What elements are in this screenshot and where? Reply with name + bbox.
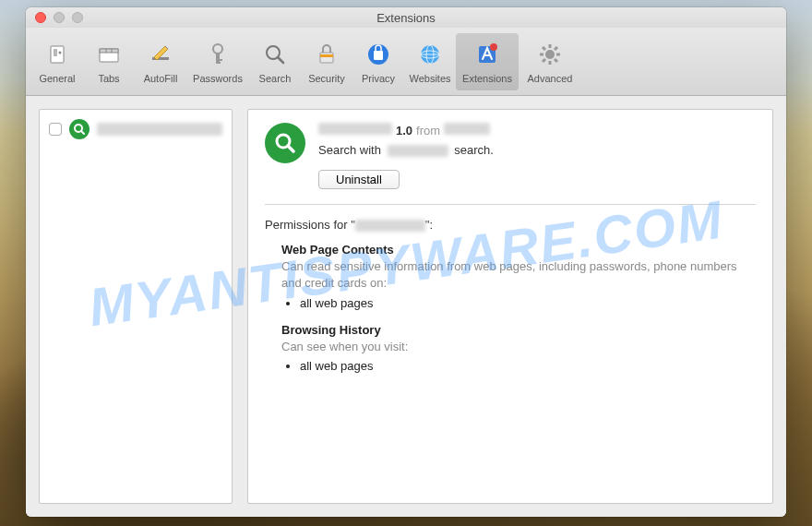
tab-websites[interactable]: Websites — [404, 33, 456, 90]
permission-heading: Web Page Contents — [281, 243, 756, 257]
content-area: 1.0 from Search with search. Uninstall P… — [26, 96, 786, 517]
detail-header: 1.0 from Search with search. Uninstall — [265, 123, 756, 189]
extension-name-redacted — [318, 123, 392, 135]
tab-label: Websites — [409, 73, 450, 84]
svg-line-31 — [555, 59, 557, 62]
extension-description: Search with search. — [318, 143, 494, 157]
extension-detail-icon — [265, 123, 305, 163]
permission-list: all web pages — [300, 359, 756, 373]
tab-extensions[interactable]: Extensions — [456, 33, 519, 90]
websites-icon — [415, 40, 445, 69]
security-icon — [312, 40, 341, 69]
titlebar[interactable]: Extensions — [26, 7, 786, 28]
detail-info: 1.0 from Search with search. Uninstall — [318, 123, 494, 189]
tab-general[interactable]: General — [31, 33, 83, 90]
svg-point-2 — [59, 52, 62, 54]
tab-label: Security — [308, 73, 345, 84]
svg-line-35 — [81, 131, 84, 134]
extensions-icon — [472, 40, 502, 69]
permission-description: Can see when you visit: — [281, 339, 756, 355]
detail-title-row: 1.0 from — [318, 123, 494, 137]
tab-tabs[interactable]: Tabs — [83, 33, 135, 90]
tab-label: Privacy — [362, 73, 395, 84]
svg-rect-18 — [374, 51, 383, 60]
permission-description: Can read sensitive information from web … — [281, 258, 756, 292]
extension-list-item[interactable] — [43, 115, 228, 143]
extension-version: 1.0 — [396, 124, 412, 137]
svg-line-37 — [288, 146, 293, 151]
svg-point-8 — [213, 44, 222, 54]
svg-rect-11 — [216, 62, 221, 64]
svg-rect-1 — [54, 49, 57, 56]
general-icon — [42, 40, 72, 69]
svg-line-30 — [543, 47, 545, 50]
permission-section-history: Browsing History Can see when you visit:… — [281, 323, 756, 373]
extension-enable-checkbox[interactable] — [49, 123, 62, 136]
preferences-toolbar: General Tabs AutoFill Passwords Search — [26, 28, 786, 96]
svg-rect-10 — [216, 59, 222, 61]
svg-rect-14 — [320, 53, 333, 63]
tab-label: Advanced — [528, 73, 573, 84]
tab-privacy[interactable]: Privacy — [352, 33, 404, 90]
svg-line-13 — [278, 57, 283, 63]
permissions-title: Permissions for "": — [265, 218, 756, 232]
passwords-icon — [203, 40, 233, 69]
permission-heading: Browsing History — [281, 323, 756, 337]
extensions-sidebar — [39, 109, 233, 504]
tab-label: Tabs — [98, 73, 119, 84]
tab-label: AutoFill — [144, 73, 178, 84]
preferences-window: Extensions General Tabs AutoFill Passwor… — [26, 7, 786, 517]
tab-passwords[interactable]: Passwords — [186, 33, 249, 90]
permission-item: all web pages — [300, 296, 756, 310]
divider — [265, 204, 756, 205]
tab-label: Passwords — [193, 73, 243, 84]
extension-icon — [69, 119, 90, 139]
extension-name-redacted — [97, 123, 222, 136]
extension-detail-panel: 1.0 from Search with search. Uninstall P… — [247, 109, 773, 504]
tabs-icon — [94, 40, 124, 69]
svg-rect-15 — [320, 54, 333, 57]
tab-label: Extensions — [462, 73, 512, 84]
svg-line-33 — [543, 59, 545, 62]
advanced-icon — [535, 40, 565, 69]
svg-point-24 — [490, 43, 497, 51]
privacy-icon — [364, 40, 393, 69]
from-label: from — [416, 124, 440, 137]
permission-item: all web pages — [300, 359, 756, 373]
window-title: Extensions — [26, 11, 786, 25]
autofill-icon — [146, 40, 175, 69]
uninstall-button[interactable]: Uninstall — [318, 170, 400, 189]
permission-list: all web pages — [300, 296, 756, 310]
search-icon — [260, 40, 290, 69]
tab-autofill[interactable]: AutoFill — [135, 33, 186, 90]
extension-author-redacted — [444, 123, 490, 135]
redacted-text — [388, 145, 448, 157]
tab-search[interactable]: Search — [249, 33, 301, 90]
svg-line-32 — [555, 47, 557, 50]
redacted-text — [355, 220, 425, 232]
svg-point-25 — [545, 50, 555, 59]
tab-label: General — [39, 73, 75, 84]
tab-advanced[interactable]: Advanced — [519, 33, 581, 90]
tab-security[interactable]: Security — [301, 33, 352, 90]
svg-rect-4 — [100, 49, 118, 53]
permission-section-webpage: Web Page Contents Can read sensitive inf… — [281, 243, 756, 309]
tab-label: Search — [259, 73, 292, 84]
